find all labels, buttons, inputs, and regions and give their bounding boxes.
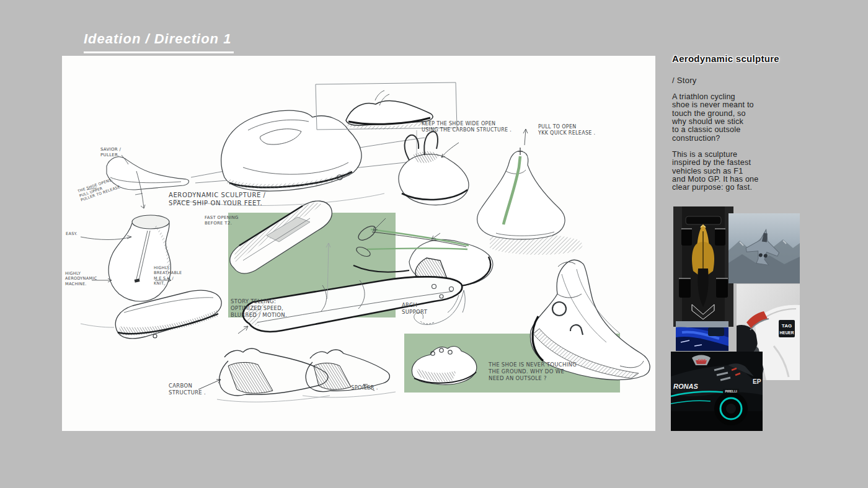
annotation-spoiler: SPOILER . bbox=[351, 384, 378, 391]
annotation-easy: EASY. bbox=[66, 231, 78, 236]
annotation-aero-sculpture: AERODYNAMIC SCULPTURE / SPACE SHIP ON YO… bbox=[169, 192, 266, 208]
annotation-arch-support: ARCH SUPPORT bbox=[402, 302, 427, 316]
tire-brand-text: PIRELLI bbox=[725, 389, 737, 393]
annotation-carbon-structure: CARBON STRUCTURE . bbox=[169, 383, 206, 396]
annotation-pull-open: PULL TO OPEN YKK QUICK RELEASE . bbox=[538, 124, 595, 136]
fighter-jet-image bbox=[728, 213, 800, 283]
eos-text: EOS bbox=[698, 358, 706, 362]
page-title: Ideation / Direction 1 bbox=[84, 31, 234, 53]
annotation-highly-breathable: HIGHLY BREATHABLE M E S H / KNIT. bbox=[154, 265, 182, 286]
sketch-heel-spoiler bbox=[303, 350, 396, 397]
mercedes-f1-image: PIRELLI RONAS EOS EP bbox=[671, 352, 763, 431]
f1-concept-image bbox=[673, 206, 733, 327]
tag-logo-text-bottom: HEUER bbox=[780, 331, 794, 335]
story-label: / Story bbox=[672, 76, 697, 85]
story-paragraph-2: This is a sculpture inspired by the fast… bbox=[672, 151, 812, 192]
annotation-never-touching: THE SHOE IS NEVER TOUCHING THE GROUND. W… bbox=[489, 362, 577, 382]
sketch-open-carbon-shoe bbox=[399, 131, 469, 205]
slide: Ideation / Direction 1 bbox=[0, 0, 868, 488]
annotation-fast-opening: FAST OPENING BEFORE T2. bbox=[205, 215, 239, 226]
annotation-story-telling: STORY TELLING: OPTIMIZED SPEED, BLURRED … bbox=[231, 298, 287, 319]
petronas-text: RONAS bbox=[673, 383, 698, 390]
sketch-zip-bootie bbox=[477, 129, 583, 255]
sketch-heel-carbon bbox=[198, 348, 330, 402]
annotation-keep-open: KEEP THE SHOE WIDE OPEN USING THE CARBON… bbox=[422, 121, 512, 133]
story-paragraph-1: A triathlon cycling shoe is never meant … bbox=[672, 93, 812, 143]
sidebar-heading: Aerodynamic sculpture bbox=[672, 53, 779, 64]
ep-text: EP bbox=[753, 378, 761, 385]
sketch-board: SAVIOR / PULLER. AERODYNAMIC SCULPTURE /… bbox=[62, 56, 655, 431]
tag-logo-text-top: TAG bbox=[782, 323, 792, 329]
moto-detail-image bbox=[676, 321, 728, 351]
annotation-savior: SAVIOR / PULLER. bbox=[100, 147, 121, 158]
annotation-highly-aero: HIGHLY AERODYNAMIC MACHINE. bbox=[65, 271, 97, 286]
